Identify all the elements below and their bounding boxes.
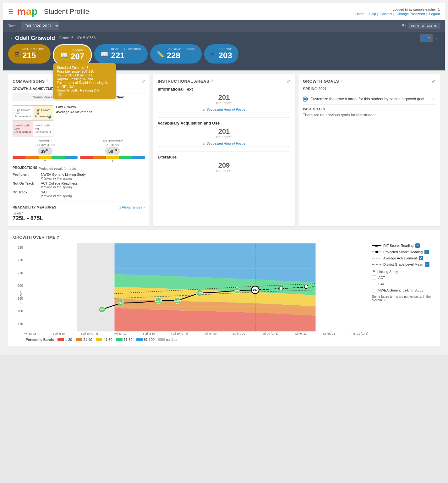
legend-note-help-icon[interactable]: ? — [384, 298, 385, 302]
x-axis-labels: Winter 18 Spring 18 Fall 18 (Gr 3) Winte… — [24, 332, 368, 335]
gg-help-icon[interactable]: ? — [340, 79, 343, 83]
legend-note: Some future terms are not yet setup in t… — [372, 295, 435, 302]
legend-linking-section: ⚑ Linking Study — [372, 269, 435, 274]
growth-item: GROWTH Below Mean 39TH ▼ — [13, 140, 78, 163]
hamburger-menu[interactable]: ☰ — [8, 8, 13, 15]
x-label-11: Fall 21 (Gr 6) — [352, 332, 368, 335]
prev-student-button[interactable]: ‹ — [8, 35, 15, 42]
x-label-10: Spring 21 — [323, 332, 335, 335]
quadrant-low-growth-label: Low Growth — [56, 105, 92, 109]
x-label-0: Winter 18 — [24, 332, 36, 335]
ia-help-icon[interactable]: ? — [210, 79, 213, 83]
legend-projected-checkbox[interactable]: ✓ — [424, 250, 429, 254]
growth-color-bar — [13, 156, 78, 159]
term-select[interactable]: Fall 2020-2021 — [21, 22, 59, 30]
next-student-button[interactable]: › — [433, 35, 440, 42]
rit-num-2: 209 — [158, 161, 290, 169]
goal-customize-text: Customize the growth target for this stu… — [310, 97, 428, 101]
reading-score: 207 — [71, 52, 85, 61]
proj-label-2: On Track — [13, 190, 41, 198]
student-profile-button[interactable]: 👤≡ — [420, 34, 433, 42]
student-bar: ‹ Odell Griswold Grade: 5 ID: 510566 👤≡ … — [3, 32, 445, 44]
nav-home[interactable]: Home — [355, 12, 366, 16]
rit-label-1: RIT SCORE — [158, 136, 290, 139]
svg-rect-0 — [77, 243, 115, 331]
band-range-81-100: 81-100 — [144, 338, 155, 341]
ia-subject-1: Vocabulary Acquisition and Use 201 RIT S… — [158, 121, 290, 147]
quadrant-view: High GrowthLow Achievement High GrowthHi… — [13, 105, 145, 136]
legend-nwea-checkbox[interactable] — [372, 288, 376, 292]
quadrant-dot — [48, 116, 51, 119]
percentile-bands-label: Percentile Bands — [26, 338, 54, 341]
growth-achievement-measures: GROWTH Below Mean 39TH ▼ ACHIEV — [13, 140, 145, 163]
tooltip-date-time: 8/25/2020 - 60 minutes — [57, 73, 112, 77]
rit-score-block-0: 201 RIT SCORE — [158, 93, 290, 105]
district-mean-line-icon — [372, 262, 381, 267]
comparisons-help-icon[interactable]: ? — [46, 79, 49, 83]
score-pill-science[interactable]: ⚛ SCIENCE 203 — [204, 44, 239, 64]
nav-logout[interactable]: Logout — [429, 12, 440, 16]
achievement-item: ACHIEVEMENT At Mean 50TH ▼ — [80, 140, 145, 163]
logo: map — [17, 6, 38, 17]
svg-text:208: 208 — [235, 289, 239, 292]
header-left: ☰ map Student Profile — [8, 6, 89, 17]
reading-tooltip: Standard Error: +/- 3 Possible range: 20… — [53, 63, 116, 99]
svg-text:199: 199 — [197, 291, 202, 295]
goal-radio[interactable] — [303, 97, 308, 102]
student-id: ID: 510566 — [77, 36, 96, 40]
proj-label-1: Not On Track — [13, 181, 41, 189]
x-label-2: Fall 18 (Gr 3) — [81, 332, 98, 335]
student-actions: 👤≡ — [420, 34, 433, 42]
x-label-8: Fall 20 (Gr 5) — [261, 332, 278, 335]
legend-sat-checkbox[interactable] — [372, 282, 376, 286]
quadrant-top-right: High GrowthHigh Achievement — [33, 105, 53, 121]
gg-expand-icon[interactable]: ⤢ — [432, 79, 436, 84]
proj-row-1: Not On Track ACT College Readiness If ta… — [13, 181, 145, 189]
proj-row-2: On Track SAT If taken in the spring — [13, 190, 145, 198]
x-label-4: Spring 19 — [143, 332, 155, 335]
print-share-button[interactable]: PRINT & SHARE — [408, 23, 440, 29]
legend-act-checkbox[interactable] — [372, 275, 376, 280]
legend-projected-label: Projected Score: Reading — [383, 250, 423, 254]
legend-district-label: District Grade Level Mean — [383, 263, 423, 266]
svg-point-24 — [279, 286, 283, 290]
score-pill-reading[interactable]: 📖 READING 207 — [53, 44, 92, 65]
score-pill-language[interactable]: ✏️ LANGUAGE USAGE 228 — [150, 44, 202, 64]
header: ☰ map Student Profile Logged in as sampl… — [3, 3, 445, 20]
tooltip-demo-growth: Demo Growth: Reading 2-5 — [57, 88, 112, 92]
nav-change-password[interactable]: Change Password — [397, 12, 427, 16]
growth-badge: 39TH — [38, 147, 53, 155]
diamond-icon-0: ◇ — [203, 108, 205, 111]
nav-contact[interactable]: Contact — [380, 12, 394, 16]
goal-arrow[interactable]: → — [430, 96, 435, 102]
legend-avg-checkbox[interactable]: ✓ — [419, 256, 423, 260]
student-name: Odell Griswold — [15, 35, 55, 42]
legend-district-mean: District Grade Level Mean ✓ — [372, 262, 435, 267]
growth-help-icon[interactable]: ? — [57, 235, 59, 240]
score-pill-reading-spanish[interactable]: 📖 READING - SPANISH 221 — [94, 44, 147, 64]
tooltip-help-icon[interactable]: ? — [58, 92, 63, 97]
ia-expand-icon[interactable]: ⤢ — [287, 79, 291, 84]
about-ranges-link[interactable]: ℹ About ranges » — [119, 205, 145, 209]
ia-subject-0: Informational Text 201 RIT SCORE ◇ Sugge… — [158, 87, 290, 113]
chart-area: 230 220 210 200 190 180 170 RIT Score — [13, 243, 435, 341]
quadrant-grid-container: High GrowthLow Achievement High GrowthHi… — [13, 105, 53, 136]
math-label: MATHEMATICS — [22, 47, 44, 51]
quadrant-avg-achievement-label: Average Achievement — [56, 110, 92, 114]
linking-study-label: Linking Study — [377, 270, 398, 274]
refresh-button[interactable]: ↻ — [402, 23, 406, 29]
legend-sat: SAT — [372, 282, 435, 286]
about-ranges-help-icon: ℹ — [119, 205, 121, 209]
legend-district-checkbox[interactable]: ✓ — [425, 262, 429, 267]
x-label-6: Winter 20 — [205, 332, 217, 335]
band-color-81-100 — [136, 338, 143, 341]
nav-help[interactable]: Help — [369, 12, 378, 16]
term-label: Term: — [8, 24, 18, 28]
band-color-21-40 — [76, 338, 82, 341]
legend-rit-checkbox[interactable]: ✓ — [415, 243, 420, 248]
achievement-color-bar — [80, 156, 145, 159]
reading-spanish-score: 221 — [111, 51, 141, 60]
score-pill-math[interactable]: ⊞ MATHEMATICS 215 — [8, 44, 51, 64]
readability-section: READABILITY MEASURES ℹ About ranges » Le… — [13, 202, 145, 222]
comparisons-expand-icon[interactable]: ⤢ — [141, 79, 145, 84]
